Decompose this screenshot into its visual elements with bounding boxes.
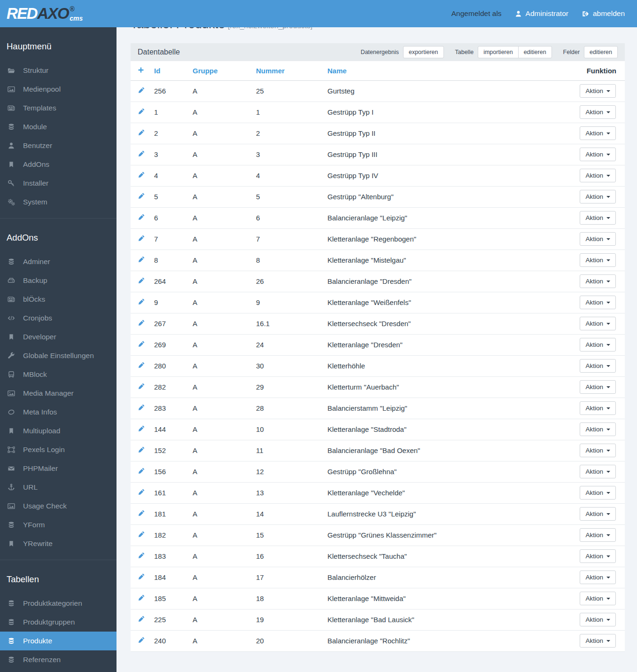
- aktion-dropdown-button[interactable]: Aktion: [580, 444, 616, 457]
- edit-pencil-icon[interactable]: [138, 320, 145, 327]
- aktion-dropdown-button[interactable]: Aktion: [580, 422, 616, 436]
- aktion-dropdown-button[interactable]: Aktion: [580, 528, 616, 542]
- sidebar-item-addons[interactable]: AddOns: [0, 155, 117, 174]
- sidebar-item-referenzen[interactable]: Referenzen: [0, 650, 117, 669]
- aktion-dropdown-button[interactable]: Aktion: [580, 613, 616, 626]
- edit-pencil-icon[interactable]: [138, 235, 145, 242]
- edit-pencil-icon[interactable]: [138, 616, 145, 623]
- edit-pencil-icon[interactable]: [138, 129, 145, 136]
- aktion-dropdown-button[interactable]: Aktion: [580, 148, 616, 161]
- sidebar-item-system[interactable]: System: [0, 193, 117, 211]
- sidebar-item-yrewrite[interactable]: YRewrite: [0, 534, 117, 553]
- sort-link-gruppe[interactable]: Gruppe: [193, 67, 218, 75]
- action-cell: Aktion: [564, 609, 625, 630]
- sidebar-item-globale-einstellungen[interactable]: Globale Einstellungen: [0, 346, 117, 365]
- sidebar-item-module[interactable]: Module: [0, 117, 117, 136]
- sidebar-item-installer[interactable]: Installer: [0, 174, 117, 193]
- sidebar-item-medienpool[interactable]: Medienpool: [0, 80, 117, 99]
- logout-link[interactable]: abmelden: [582, 9, 625, 18]
- redaxo-logo: REDAXO ® cms: [7, 6, 83, 22]
- sidebar-item-blöcks[interactable]: blÖcks: [0, 290, 117, 309]
- edit-pencil-icon[interactable]: [138, 468, 145, 475]
- edit-pencil-icon[interactable]: [138, 87, 145, 94]
- aktion-dropdown-button[interactable]: Aktion: [580, 296, 616, 309]
- aktion-dropdown-button[interactable]: Aktion: [580, 232, 616, 246]
- sidebar-item-yform[interactable]: YForm: [0, 516, 117, 534]
- edit-pencil-icon[interactable]: [138, 256, 145, 263]
- tabelle-editieren-button[interactable]: editieren: [518, 46, 552, 58]
- aktion-label: Aktion: [585, 278, 603, 285]
- aktion-dropdown-button[interactable]: Aktion: [580, 570, 616, 584]
- sidebar-item-url[interactable]: URL: [0, 478, 117, 497]
- aktion-dropdown-button[interactable]: Aktion: [580, 211, 616, 225]
- sidebar-item-multiupload[interactable]: Multiupload: [0, 422, 117, 440]
- aktion-dropdown-button[interactable]: Aktion: [580, 359, 616, 373]
- sort-link-nummer[interactable]: Nummer: [256, 67, 285, 75]
- sidebar-item-mblock[interactable]: MBlock: [0, 365, 117, 384]
- sidebar-item-phpmailer[interactable]: PHPMailer: [0, 459, 117, 478]
- edit-pencil-icon[interactable]: [138, 383, 145, 390]
- edit-pencil-icon[interactable]: [138, 573, 145, 580]
- edit-pencil-icon[interactable]: [138, 277, 145, 284]
- sidebar-item-struktur[interactable]: Struktur: [0, 61, 117, 80]
- edit-pencil-icon[interactable]: [138, 594, 145, 602]
- sidebar-item-label: blÖcks: [23, 295, 45, 304]
- aktion-dropdown-button[interactable]: Aktion: [580, 84, 616, 98]
- sidebar-item-benutzer[interactable]: Benutzer: [0, 136, 117, 155]
- sidebar-item-usage-check[interactable]: Usage Check: [0, 497, 117, 516]
- caret-down-icon: [606, 640, 610, 642]
- edit-pencil-icon[interactable]: [138, 298, 145, 305]
- aktion-dropdown-button[interactable]: Aktion: [580, 634, 616, 648]
- sidebar-item-adminer[interactable]: Adminer: [0, 252, 117, 271]
- felder-editieren-button[interactable]: editieren: [584, 46, 618, 58]
- sort-link-id[interactable]: Id: [154, 67, 160, 75]
- tabelle-importieren-button[interactable]: importieren: [478, 46, 519, 58]
- aktion-dropdown-button[interactable]: Aktion: [580, 105, 616, 119]
- aktion-dropdown-button[interactable]: Aktion: [580, 507, 616, 521]
- edit-pencil-icon[interactable]: [138, 489, 145, 496]
- sidebar-item-developer[interactable]: Developer: [0, 328, 117, 346]
- edit-pencil-icon[interactable]: [138, 172, 145, 179]
- aktion-dropdown-button[interactable]: Aktion: [580, 190, 616, 203]
- sidebar-item-media-manager[interactable]: Media Manager: [0, 384, 117, 403]
- edit-pencil-icon[interactable]: [138, 425, 145, 432]
- sidebar-item-backup[interactable]: Backup: [0, 271, 117, 290]
- aktion-dropdown-button[interactable]: Aktion: [580, 380, 616, 394]
- edit-pencil-icon[interactable]: [138, 510, 145, 517]
- aktion-dropdown-button[interactable]: Aktion: [580, 126, 616, 140]
- aktion-dropdown-button[interactable]: Aktion: [580, 338, 616, 352]
- sort-link-name[interactable]: Name: [327, 67, 347, 75]
- sidebar-item-produkte[interactable]: Produkte: [0, 632, 117, 650]
- edit-pencil-icon[interactable]: [138, 552, 145, 559]
- aktion-dropdown-button[interactable]: Aktion: [580, 274, 616, 288]
- current-user-link[interactable]: Administrator: [515, 9, 568, 18]
- edit-pencil-icon[interactable]: [138, 404, 145, 411]
- sidebar-item-meta-infos[interactable]: Meta Infos: [0, 403, 117, 422]
- aktion-dropdown-button[interactable]: Aktion: [580, 169, 616, 182]
- caret-down-icon: [606, 513, 610, 515]
- sidebar-item-produktkategorien[interactable]: Produktkategorien: [0, 594, 117, 613]
- add-row-plus-icon[interactable]: [138, 67, 144, 73]
- edit-pencil-icon[interactable]: [138, 193, 145, 200]
- datenergebnis-exportieren-button[interactable]: exportieren: [403, 46, 444, 58]
- edit-pencil-icon[interactable]: [138, 108, 145, 115]
- edit-pencil-icon[interactable]: [138, 637, 145, 644]
- aktion-dropdown-button[interactable]: Aktion: [580, 549, 616, 563]
- aktion-dropdown-button[interactable]: Aktion: [580, 317, 616, 330]
- edit-pencil-icon[interactable]: [138, 446, 145, 453]
- sidebar-item-templates[interactable]: Templates: [0, 99, 117, 117]
- aktion-dropdown-button[interactable]: Aktion: [580, 253, 616, 267]
- edit-pencil-icon[interactable]: [138, 531, 145, 538]
- edit-pencil-icon[interactable]: [138, 341, 145, 348]
- sidebar-item-pexels-login[interactable]: Pexels Login: [0, 440, 117, 459]
- edit-pencil-icon[interactable]: [138, 150, 145, 157]
- aktion-dropdown-button[interactable]: Aktion: [580, 592, 616, 605]
- edit-pencil-icon[interactable]: [138, 362, 145, 369]
- aktion-dropdown-button[interactable]: Aktion: [580, 401, 616, 415]
- aktion-dropdown-button[interactable]: Aktion: [580, 486, 616, 500]
- sidebar-item-cronjobs[interactable]: Cronjobs: [0, 309, 117, 328]
- sidebar-item-produktgruppen[interactable]: Produktgruppen: [0, 613, 117, 632]
- cell-id: 161: [154, 482, 193, 503]
- aktion-dropdown-button[interactable]: Aktion: [580, 465, 616, 478]
- edit-pencil-icon[interactable]: [138, 214, 145, 221]
